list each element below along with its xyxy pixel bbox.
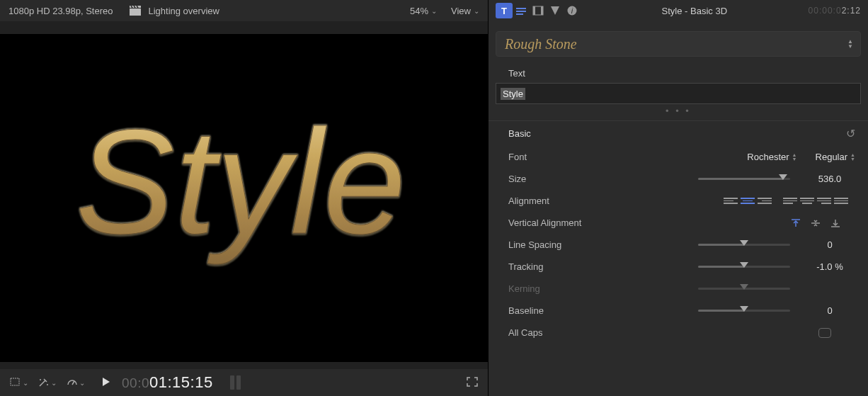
size-label: Size <box>508 174 600 184</box>
prop-alignment: Alignment <box>489 190 868 212</box>
size-value[interactable]: 536.0 <box>804 174 855 184</box>
fullscreen-button[interactable] <box>467 377 478 389</box>
tracking-value[interactable]: -1.0 % <box>804 261 855 272</box>
format-label: 1080p HD 23.98p, Stereo <box>8 6 113 16</box>
alignment-label: Alignment <box>508 196 600 206</box>
zoom-value: 54% <box>410 6 428 16</box>
timecode-bright: 01:15:15 <box>149 373 213 391</box>
align-justify-all-button[interactable] <box>834 196 848 207</box>
line-spacing-label: Line Spacing <box>508 239 600 250</box>
chevron-down-icon: ⌄ <box>431 7 437 15</box>
baseline-slider[interactable] <box>698 310 790 312</box>
slider-thumb-icon[interactable] <box>779 174 787 180</box>
view-menu[interactable]: View ⌄ <box>451 6 479 16</box>
stepper-arrows-icon: ▲▼ <box>792 153 797 162</box>
text-input[interactable]: Style <box>496 83 861 104</box>
line-spacing-value[interactable]: 0 <box>804 239 855 250</box>
timecode-dim: 00:0 <box>122 375 149 390</box>
all-caps-checkbox[interactable] <box>818 328 831 338</box>
inspector-tabs: T i <box>496 3 581 18</box>
tab-info-filter-icon[interactable] <box>547 3 564 18</box>
tab-video-icon[interactable] <box>530 3 547 18</box>
viewer-canvas[interactable]: Style <box>0 34 488 362</box>
inspector-timecode: 00:00:02:12 <box>809 6 861 16</box>
prop-tracking: Tracking -1.0 % <box>489 256 868 278</box>
valign-label: Vertical Alignment <box>508 217 629 228</box>
valign-middle-button[interactable] <box>810 218 821 228</box>
preview-text-style: Style <box>46 77 442 332</box>
font-family-value: Rochester <box>747 152 789 162</box>
prop-line-spacing: Line Spacing 0 <box>489 234 868 256</box>
svg-rect-0 <box>130 9 141 16</box>
slider-thumb-icon[interactable] <box>740 306 748 312</box>
tab-text-icon[interactable]: T <box>496 3 513 18</box>
svg-rect-16 <box>533 6 535 15</box>
align-justify-right-button[interactable] <box>817 196 831 207</box>
audio-meter[interactable] <box>230 375 241 390</box>
align-right-button[interactable] <box>758 196 772 207</box>
chevron-down-icon: ⌄ <box>23 379 28 387</box>
preset-dropdown[interactable]: Rough Stone ▲▼ <box>496 31 861 57</box>
text-section-label: Text <box>489 61 868 83</box>
align-justify-center-button[interactable] <box>800 196 814 207</box>
clip-name: Lighting overview <box>148 6 219 16</box>
baseline-value[interactable]: 0 <box>804 305 855 316</box>
baseline-label: Baseline <box>508 305 600 316</box>
enhance-tool[interactable]: ⌄ <box>38 378 57 387</box>
stepper-arrows-icon: ▲▼ <box>850 153 855 162</box>
svg-point-7 <box>40 379 41 380</box>
svg-rect-17 <box>541 6 543 15</box>
font-family-dropdown[interactable]: Rochester ▲▼ <box>747 152 796 162</box>
svg-text:T: T <box>501 6 507 16</box>
svg-rect-6 <box>11 378 19 385</box>
tracking-slider[interactable] <box>698 266 790 268</box>
font-weight-value: Regular <box>816 152 848 162</box>
insp-timecode-lit: 2:12 <box>842 6 861 16</box>
valign-top-button[interactable] <box>790 218 801 228</box>
kerning-slider <box>698 288 790 290</box>
stepper-arrows-icon: ▲▼ <box>847 39 853 49</box>
basic-group-label: Basic <box>508 128 531 139</box>
size-slider[interactable] <box>698 178 790 180</box>
basic-group-header[interactable]: Basic ↺ <box>489 120 868 146</box>
alignment-buttons <box>724 196 848 207</box>
transform-tool[interactable]: ⌄ <box>10 378 28 387</box>
insp-timecode-dim: 00:00:0 <box>809 6 842 16</box>
chevron-down-icon: ⌄ <box>79 379 85 387</box>
tab-info-icon[interactable]: i <box>564 3 581 18</box>
prop-valign: Vertical Alignment <box>489 212 868 234</box>
font-label: Font <box>508 152 600 162</box>
slider-thumb-icon[interactable] <box>740 240 748 246</box>
viewer-panel: 1080p HD 23.98p, Stereo Lighting overvie… <box>0 0 489 396</box>
preset-name-label: Rough Stone <box>505 36 577 52</box>
clapperboard-icon <box>130 6 141 16</box>
chevron-down-icon: ⌄ <box>474 7 479 15</box>
inspector-title: Style - Basic 3D <box>585 6 804 16</box>
viewer-timecode[interactable]: 00:001:15:15 <box>122 373 213 392</box>
svg-marker-18 <box>551 6 559 15</box>
line-spacing-slider[interactable] <box>698 244 790 246</box>
svg-point-8 <box>47 384 48 385</box>
drag-handle-icon[interactable]: • • • <box>489 104 868 120</box>
align-left-button[interactable] <box>724 196 738 207</box>
kerning-label: Kerning <box>508 283 600 294</box>
align-center-button[interactable] <box>741 196 755 207</box>
inspector-header: T i Style - Basic 3D 00:00:02:12 <box>489 0 868 21</box>
prop-all-caps: All Caps <box>489 322 868 344</box>
play-button[interactable] <box>102 377 110 389</box>
view-label: View <box>451 6 471 16</box>
valign-buttons <box>790 218 841 228</box>
valign-bottom-button[interactable] <box>830 218 841 228</box>
svg-rect-12 <box>516 8 526 9</box>
tab-title-icon[interactable] <box>513 3 530 18</box>
prop-size: Size 536.0 <box>489 168 868 190</box>
retime-tool[interactable]: ⌄ <box>67 378 85 387</box>
chevron-down-icon: ⌄ <box>51 379 57 387</box>
zoom-dropdown[interactable]: 54% ⌄ <box>410 6 437 16</box>
align-justify-left-button[interactable] <box>783 196 797 207</box>
reset-button[interactable]: ↺ <box>846 127 855 140</box>
prop-kerning: Kerning <box>489 278 868 300</box>
viewer-footer: ⌄ ⌄ ⌄ 00:001:15:15 <box>0 369 488 396</box>
font-weight-dropdown[interactable]: Regular ▲▼ <box>816 152 855 162</box>
slider-thumb-icon[interactable] <box>740 262 748 268</box>
